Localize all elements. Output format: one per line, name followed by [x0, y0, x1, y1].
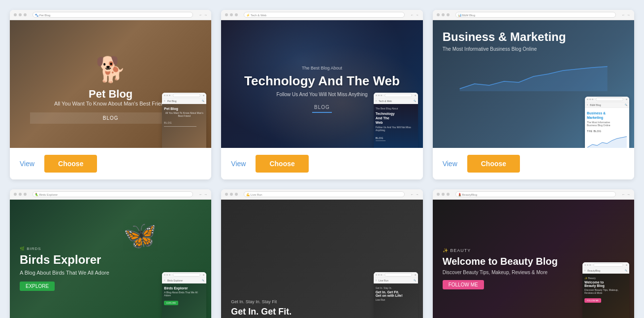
mobile-overlay-fitness: ⊕ ≡Live Run🔍 Get In. Stay In. Get In. Ge…: [374, 272, 418, 318]
nav-controls-birds: ←→: [199, 193, 207, 196]
beauty-subtitle: Discover Beauty Tips, Makeup, Reviews & …: [443, 270, 547, 275]
dog-icon: 🐕: [96, 55, 126, 84]
mobile-overlay-tech: ⊕ ≡Tech & Web🔍 The Best Blog About Techn…: [374, 93, 418, 148]
choose-button-pet[interactable]: Choose: [44, 155, 97, 173]
card-preview-pet: 🐾 Pet Blog ←→ 🐕 Pet Blog All You Want To…: [10, 10, 211, 148]
mobile-content-beauty: ✨ Beauty Welcome toBeauty Blog Discover …: [582, 274, 629, 318]
mobile-overlay-beauty: ⊕ ≡BeautyBlog🔍 ✨ Beauty Welcome toBeauty…: [582, 262, 629, 318]
dot3: [447, 13, 450, 16]
view-button-biz[interactable]: View: [443, 160, 457, 168]
dot2: [230, 193, 233, 196]
main-screen-pet: 🐕 Pet Blog All You Want To Know About Ma…: [10, 20, 211, 148]
dot2: [442, 13, 445, 16]
card-preview-tech: ⚡ Tech & Web ←→ The Best Blog About Tech…: [221, 10, 422, 148]
choose-button-biz[interactable]: Choose: [467, 155, 520, 173]
biz-title: Business & Marketing: [443, 30, 624, 44]
card-preview-birds: 🦜 Birds Explorer ←→ 🌿 Birds Birds Explor…: [10, 189, 211, 318]
browser-bar-fitness: 💪 Live Run ←→: [221, 189, 422, 200]
pet-title: Pet Blog: [89, 88, 132, 101]
browser-url-pet: 🐾 Pet Blog: [32, 12, 193, 18]
biz-subtitle: The Most Informative Business Blog Onlin…: [443, 46, 624, 52]
browser-url-biz: 📊 B&M Blog: [455, 12, 616, 18]
explore-button: EXPLORE: [20, 282, 55, 291]
mobile-bar-biz: ⊕: [585, 97, 629, 103]
card-fitness-blog: 💪 Live Run ←→ Get In. Stay In. Stay Fit …: [221, 189, 422, 318]
card-beauty-blog: 💄 BeautyBlog ←→ ✨ Beauty Welcome to Beau…: [433, 189, 634, 318]
browser-bar-birds: 🦜 Birds Explorer ←→: [10, 189, 211, 200]
dot1: [14, 193, 17, 196]
main-screen-fitness: Get In. Stay In. Stay Fit Get In. Get Fi…: [221, 200, 422, 318]
view-button-tech[interactable]: View: [231, 160, 246, 168]
bird-image: 🦋: [123, 219, 157, 251]
mobile-content-tech: The Best Blog About TechnologyAnd TheWeb…: [374, 104, 418, 148]
dot3: [24, 13, 27, 16]
mobile-overlay-biz: ⊕ ≡B&M Blog🔍 Business &Marketing The Mos…: [585, 97, 629, 148]
mobile-bar-birds: ⊕: [162, 272, 206, 278]
mobile-bar-tech: ⊕: [374, 93, 418, 99]
dot1: [225, 13, 228, 16]
mobile-nav-birds: ≡Birds Explorer🔍: [162, 278, 206, 283]
choose-button-tech[interactable]: Choose: [256, 155, 308, 173]
browser-bar-tech: ⚡ Tech & Web ←→: [221, 10, 422, 20]
card-footer-tech: View Choose: [221, 148, 422, 179]
dot2: [19, 13, 22, 16]
dot1: [437, 13, 440, 16]
tech-title: Technology And The Web: [244, 73, 400, 89]
mobile-content-birds: Birds Explorer A Blog About Birds That W…: [162, 283, 206, 318]
mobile-overlay-birds: ⊕ ≡Birds Explorer🔍 Birds Explorer A Blog…: [162, 272, 206, 318]
dot2: [230, 13, 233, 16]
card-birds-blog: 🦜 Birds Explorer ←→ 🌿 Birds Birds Explor…: [10, 189, 211, 318]
nav-controls-beauty: ←→: [622, 193, 630, 196]
mobile-content-fitness: Get In. Stay In. Get In. Get Fit.Get on …: [374, 283, 418, 318]
mobile-nav-beauty: ≡BeautyBlog🔍: [582, 268, 629, 274]
browser-url-fitness: 💪 Live Run: [244, 191, 404, 197]
fitness-title: Get In. Get Fit.Get on with Life!: [231, 307, 300, 318]
card-preview-beauty: 💄 BeautyBlog ←→ ✨ Beauty Welcome to Beau…: [433, 189, 634, 318]
mobile-content-pet: Pet Blog All You Want To Know About Man'…: [162, 104, 206, 148]
dot3: [447, 193, 450, 196]
pet-subtitle: All You Want To Know About Man's Best Fr…: [54, 101, 167, 106]
card-pet-blog: 🐾 Pet Blog ←→ 🐕 Pet Blog All You Want To…: [10, 10, 211, 179]
template-grid: 🐾 Pet Blog ←→ 🐕 Pet Blog All You Want To…: [10, 10, 634, 318]
browser-url-beauty: 💄 BeautyBlog: [455, 191, 616, 197]
dot3: [235, 193, 238, 196]
main-screen-beauty: ✨ Beauty Welcome to Beauty Blog Discover…: [433, 200, 634, 318]
mobile-nav-pet: ≡Pet Blog🔍: [162, 99, 206, 104]
card-footer-biz: View Choose: [433, 148, 634, 179]
dot2: [442, 193, 445, 196]
biz-chart: [443, 62, 624, 91]
nav-controls-fitness: ←→: [411, 193, 419, 196]
mobile-nav-tech: ≡Tech & Web🔍: [374, 99, 418, 104]
nav-controls-biz: ←→: [622, 13, 630, 17]
main-screen-birds: 🌿 Birds Birds Explorer A Blog About Bird…: [10, 200, 211, 318]
birds-title: Birds Explorer: [20, 253, 101, 267]
mobile-nav-fitness: ≡Live Run🔍: [374, 278, 418, 283]
dot1: [225, 193, 228, 196]
nav-controls-pet: ←→: [199, 13, 207, 17]
dot3: [235, 13, 238, 16]
card-footer-pet: View Choose: [10, 148, 211, 179]
main-screen-tech: The Best Blog About Technology And The W…: [221, 20, 422, 148]
card-preview-fitness: 💪 Live Run ←→ Get In. Stay In. Stay Fit …: [221, 189, 422, 318]
card-biz-blog: 📊 B&M Blog ←→ Business & Marketing The M…: [433, 10, 634, 179]
dot2: [19, 193, 22, 196]
browser-bar-pet: 🐾 Pet Blog ←→: [10, 10, 211, 20]
browser-bar-beauty: 💄 BeautyBlog ←→: [433, 189, 634, 200]
dot3: [24, 193, 27, 196]
follow-button: FOLLOW ME: [443, 280, 484, 289]
beauty-title: Welcome to Beauty Blog: [443, 256, 558, 267]
card-preview-biz: 📊 B&M Blog ←→ Business & Marketing The M…: [433, 10, 634, 148]
view-button-pet[interactable]: View: [20, 160, 34, 168]
dot1: [14, 13, 17, 16]
browser-url-tech: ⚡ Tech & Web: [244, 12, 404, 18]
birds-subtitle: A Blog About Birds That We All Adore: [20, 270, 109, 276]
mobile-overlay-pet: ⊕ ≡Pet Blog🔍 Pet Blog All You Want To Kn…: [162, 93, 206, 148]
mobile-content-biz: Business &Marketing The Most Informative…: [585, 108, 629, 148]
main-screen-biz: Business & Marketing The Most Informativ…: [433, 20, 634, 148]
dot1: [437, 193, 440, 196]
browser-bar-biz: 📊 B&M Blog ←→: [433, 10, 634, 20]
nav-controls-tech: ←→: [411, 13, 419, 17]
mobile-bar-fitness: ⊕: [374, 272, 418, 278]
mobile-nav-biz: ≡B&M Blog🔍: [585, 103, 629, 108]
card-tech-blog: ⚡ Tech & Web ←→ The Best Blog About Tech…: [221, 10, 422, 179]
